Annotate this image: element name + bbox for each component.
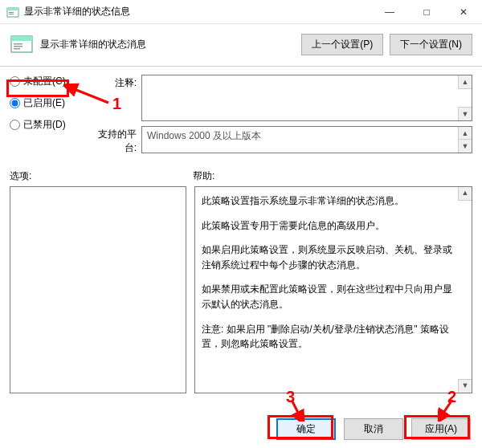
maximize-button[interactable]: □ [408, 0, 445, 23]
radio-disabled-label: 已禁用(D) [23, 118, 66, 132]
svg-rect-6 [14, 43, 22, 45]
header-row: 显示非常详细的状态消息 上一个设置(P) 下一个设置(N) [0, 24, 482, 67]
help-p2: 此策略设置专用于需要此信息的高级用户。 [202, 218, 455, 234]
policy-icon [6, 6, 19, 18]
radio-not-configured-label: 未配置(C) [23, 75, 66, 88]
policy-icon-large [10, 32, 34, 56]
help-pane: 此策略设置指示系统显示非常详细的状态消息。 此策略设置专用于需要此信息的高级用户… [194, 186, 472, 393]
prev-setting-button[interactable]: 上一个设置(P) [301, 34, 383, 55]
window-controls: — □ ✕ [371, 0, 482, 23]
svg-line-10 [442, 400, 452, 415]
scroll-up-icon[interactable]: ▲ [458, 75, 472, 89]
svg-rect-5 [11, 36, 32, 41]
help-p5: 注意: 如果启用 "删除启动/关机/登录/注销状态消息" 策略设置，则忽略此策略… [202, 322, 455, 352]
svg-rect-2 [9, 12, 14, 13]
help-p4: 如果禁用或未配置此策略设置，则在这些过程中只向用户显示默认的状态消息。 [202, 282, 455, 312]
svg-rect-7 [14, 46, 22, 47]
dialog-buttons: 确定 取消 应用(A) [276, 418, 471, 440]
radio-enabled-label: 已启用(E) [23, 96, 65, 110]
next-setting-button[interactable]: 下一个设置(N) [390, 34, 472, 55]
scroll-down-icon[interactable]: ▼ [458, 139, 472, 153]
platform-value: Windows 2000 及以上版本 [147, 130, 261, 141]
help-label: 帮助: [193, 169, 214, 183]
radio-disabled[interactable]: 已禁用(D) [10, 118, 84, 132]
svg-rect-8 [14, 48, 20, 50]
comment-label: 注释: [88, 75, 141, 121]
mid-labels: 选项: 帮助: [0, 165, 482, 186]
radio-not-configured[interactable]: 未配置(C) [10, 75, 84, 88]
options-label: 选项: [10, 169, 193, 183]
svg-rect-1 [7, 8, 18, 10]
fields-column: 注释: ▲ ▼ 支持的平台: Windows 2000 及以上版本 ▲ ▼ [88, 75, 472, 160]
comment-textarea[interactable]: ▲ ▼ [141, 75, 472, 121]
options-pane [10, 186, 186, 393]
title-bar: 显示非常详细的状态信息 — □ ✕ [0, 0, 482, 24]
config-area: 未配置(C) 已启用(E) 已禁用(D) 注释: ▲ ▼ 支持的平台: Wind… [0, 67, 482, 165]
cancel-button[interactable]: 取消 [344, 418, 403, 440]
setting-name: 显示非常详细的状态消息 [40, 38, 301, 51]
radio-enabled[interactable]: 已启用(E) [10, 96, 84, 110]
radio-enabled-input[interactable] [10, 98, 20, 108]
radio-disabled-input[interactable] [10, 120, 20, 130]
ok-button[interactable]: 确定 [276, 418, 336, 440]
svg-rect-3 [9, 14, 14, 14]
lower-panes: 此策略设置指示系统显示非常详细的状态消息。 此策略设置专用于需要此信息的高级用户… [0, 186, 482, 393]
scroll-up-icon[interactable]: ▲ [458, 187, 472, 201]
help-p1: 此策略设置指示系统显示非常详细的状态消息。 [202, 193, 455, 209]
apply-button[interactable]: 应用(A) [411, 418, 471, 440]
platform-box: Windows 2000 及以上版本 ▲ ▼ [141, 126, 472, 153]
window-title: 显示非常详细的状态信息 [24, 5, 371, 18]
svg-line-11 [292, 401, 300, 416]
scroll-down-icon[interactable]: ▼ [458, 107, 472, 120]
platform-label: 支持的平台: [88, 126, 141, 155]
radio-column: 未配置(C) 已启用(E) 已禁用(D) [10, 75, 84, 160]
close-button[interactable]: ✕ [445, 0, 482, 23]
help-p3: 如果启用此策略设置，则系统显示反映启动、关机、登录或注销系统过程中每个步骤的状态… [202, 242, 455, 272]
radio-not-configured-input[interactable] [10, 76, 20, 87]
minimize-button[interactable]: — [371, 0, 408, 23]
scroll-down-icon[interactable]: ▼ [458, 379, 472, 393]
